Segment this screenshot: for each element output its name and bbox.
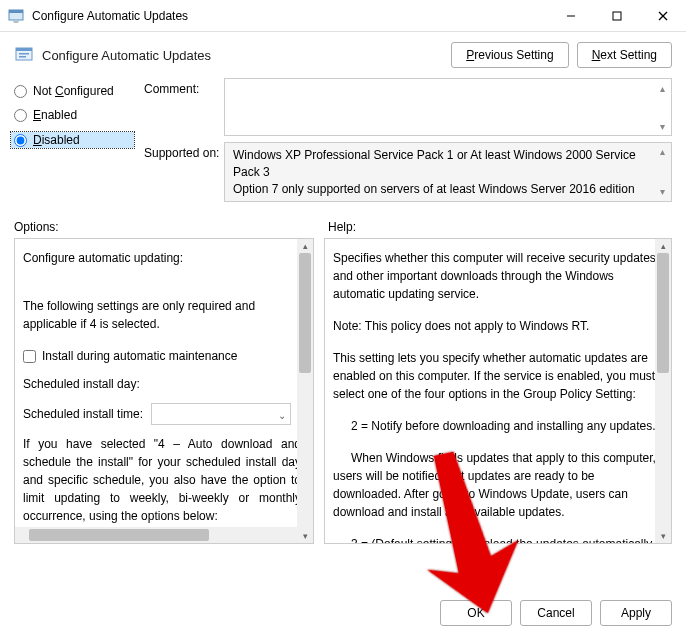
- help-label: Help:: [328, 220, 672, 234]
- svg-rect-8: [19, 53, 29, 55]
- previous-setting-button[interactable]: Previous Setting: [451, 42, 568, 68]
- window-title: Configure Automatic Updates: [32, 9, 548, 23]
- options-panel: Configure automatic updating: The follow…: [14, 238, 314, 544]
- radio-disabled-input[interactable]: [14, 134, 27, 147]
- apply-button[interactable]: Apply: [600, 600, 672, 626]
- help-p1: Specifies whether this computer will rec…: [333, 249, 659, 303]
- help-opt3: 3 = (Default setting) Download the updat…: [333, 535, 659, 543]
- scheduled-day-label: Scheduled install day:: [23, 375, 140, 393]
- policy-header: Configure Automatic Updates Previous Set…: [0, 32, 686, 74]
- help-opt2: 2 = Notify before downloading and instal…: [333, 417, 659, 435]
- close-button[interactable]: [640, 0, 686, 31]
- state-radios: Not Configured Enabled Disabled: [14, 78, 134, 208]
- svg-rect-7: [16, 48, 32, 51]
- ok-button[interactable]: OK: [440, 600, 512, 626]
- options-heading: Configure automatic updating:: [23, 249, 301, 267]
- supported-on-text: Windows XP Professional Service Pack 1 o…: [224, 142, 672, 202]
- scroll-up-icon[interactable]: ▴: [655, 145, 669, 159]
- options-label: Options:: [14, 220, 314, 234]
- policy-title: Configure Automatic Updates: [42, 48, 451, 63]
- svg-rect-1: [9, 10, 23, 13]
- radio-disabled[interactable]: Disabled: [11, 132, 134, 148]
- comment-label: Comment:: [144, 78, 224, 136]
- window-icon: [8, 8, 24, 24]
- help-scrollbar[interactable]: ▴▾: [655, 239, 671, 543]
- policy-icon: [14, 45, 34, 65]
- svg-rect-9: [19, 56, 26, 58]
- comment-textarea[interactable]: ▴ ▾: [224, 78, 672, 136]
- titlebar: Configure Automatic Updates: [0, 0, 686, 32]
- help-panel: Specifies whether this computer will rec…: [324, 238, 672, 544]
- options-para1: If you have selected "4 – Auto download …: [23, 435, 301, 525]
- next-setting-button[interactable]: Next Setting: [577, 42, 672, 68]
- options-note: The following settings are only required…: [23, 297, 301, 333]
- radio-enabled-input[interactable]: [14, 109, 27, 122]
- chevron-down-icon: ⌄: [278, 408, 286, 423]
- scheduled-time-select[interactable]: ⌄: [151, 403, 291, 425]
- maximize-button[interactable]: [594, 0, 640, 31]
- scheduled-time-label: Scheduled install time:: [23, 405, 143, 423]
- help-p2: Note: This policy does not apply to Wind…: [333, 317, 659, 335]
- minimize-button[interactable]: [548, 0, 594, 31]
- cancel-button[interactable]: Cancel: [520, 600, 592, 626]
- supported-on-label: Supported on:: [144, 142, 224, 202]
- help-p3: This setting lets you specify whether au…: [333, 349, 659, 403]
- options-scrollbar[interactable]: ▴▾: [297, 239, 313, 543]
- options-hscrollbar[interactable]: [15, 527, 297, 543]
- dialog-footer: OK Cancel Apply: [440, 600, 672, 626]
- radio-enabled[interactable]: Enabled: [14, 108, 134, 122]
- scroll-down-icon[interactable]: ▾: [655, 119, 669, 133]
- scroll-up-icon[interactable]: ▴: [655, 81, 669, 95]
- svg-rect-3: [613, 12, 621, 20]
- radio-not-configured-input[interactable]: [14, 85, 27, 98]
- scroll-down-icon[interactable]: ▾: [655, 185, 669, 199]
- radio-not-configured[interactable]: Not Configured: [14, 84, 134, 98]
- help-opt2-desc: When Windows finds updates that apply to…: [333, 449, 659, 521]
- install-during-maintenance-checkbox[interactable]: Install during automatic maintenance: [23, 347, 301, 365]
- config-area: Not Configured Enabled Disabled Comment:…: [0, 74, 686, 208]
